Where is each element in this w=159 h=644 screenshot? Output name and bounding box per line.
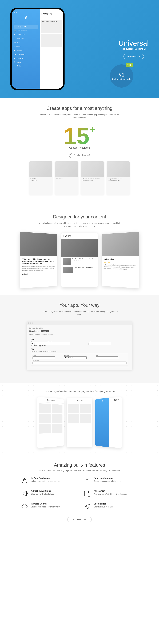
sidebar-item-wordpress[interactable]: ◉Wordpress Blogs [14, 25, 38, 29]
icon-input[interactable] [89, 342, 111, 345]
facebook-icon: f [14, 57, 16, 59]
related-label: Related [22, 272, 56, 275]
sidebar-item-soundcloud[interactable]: ☁SoundCloud [14, 52, 38, 56]
feature-desc: Unlock extra content and remove ads [31, 480, 61, 482]
radio-icon: ♪ [14, 38, 16, 40]
peek-card: Find the Per Photo Librar [41, 20, 62, 33]
sidebar-item-woocommerce[interactable]: 🛒WooCommerce [14, 29, 38, 33]
menu-items-heading: Menu items + Add Item [29, 330, 130, 332]
feature-autolayout: AutolayoutWorks on any iPad, iPhone & sp… [83, 490, 138, 498]
provider-card: Top Music [55, 162, 78, 195]
tv-icon: ▸ [14, 34, 16, 36]
menu-item-panel: Blog Name Requires in-app purchase Provi… [29, 337, 130, 367]
peek-card [41, 34, 62, 47]
layout-card-product: Patient Ninja ★★★★★ Pellentesque habitan… [102, 232, 139, 288]
bell-icon [83, 477, 91, 484]
layout-card-article: 'Stan and Ollie' director on the difficu… [20, 232, 57, 288]
wordpress-icon: ◉ [14, 26, 16, 28]
cart-icon: 🛒 [14, 30, 16, 32]
field-label: Name [31, 341, 46, 342]
provider-input[interactable] [48, 342, 70, 345]
feature-title: Autolayout [94, 490, 127, 492]
layout-card-events: Events Field Notes: WooCommerce Workshop… [61, 233, 98, 287]
rss-icon: ⦿ [14, 42, 16, 43]
add-item-button[interactable]: + Add Item [41, 330, 49, 332]
selling-badge: v4.3 #1 Selling IOS template [110, 64, 133, 88]
sidebar-item-twitter[interactable]: 🐦Twitter [14, 64, 38, 68]
sidebar-item-label: Twitter [17, 65, 21, 67]
features-section: Amazing built-in features Tons of built-… [0, 455, 159, 530]
field-label: Provider [48, 341, 87, 342]
event-item[interactable]: Field Notes: WooCommerce Workshop San Fr… [61, 257, 98, 266]
tab-icon-input[interactable] [96, 356, 118, 359]
tab-name-input[interactable] [33, 356, 55, 359]
badge-text: Selling IOS template [112, 78, 131, 80]
translate-icon: 文A [83, 502, 91, 510]
sidebar-section-label: Social Media [14, 46, 38, 48]
sidebar-item-label: Radio 3FM [17, 38, 24, 39]
provider-card: Google Home Hub Review - Honestly Impres… [107, 162, 130, 195]
scroll-hint: Scroll to discover! [16, 153, 143, 158]
svg-rect-9 [86, 478, 89, 483]
sidebar-item-rss[interactable]: ⦿RSS [14, 40, 38, 44]
soundcloud-icon: ☁ [14, 54, 16, 55]
watch-demo-button[interactable]: Watch demo » [123, 54, 144, 59]
twitter-icon: 🐦 [14, 65, 16, 67]
event-item[interactable]: Field Notes: East Africa Guidlay [61, 266, 98, 274]
svg-text:A: A [87, 506, 89, 509]
sidebar-item-radio[interactable]: ♪Radio 3FM [14, 36, 38, 40]
sidebar-item-livetv[interactable]: ▸Live TV: ABC [14, 33, 38, 36]
feature-desc: Show banner & interstial ads [31, 493, 54, 495]
events-header: Events [61, 233, 98, 239]
field-label: Icon [96, 355, 126, 356]
hero-text: Universal Multi-purpose IOS Template Wat… [119, 39, 149, 59]
item-title: Blog [31, 338, 128, 340]
providers-grid: BeautifulTumblr feed Top Music U.S. carr… [16, 162, 143, 195]
window-titlebar [27, 321, 132, 325]
sidebar-item-facebook[interactable]: fFacebook [14, 56, 38, 60]
feature-title: Remote Config [31, 502, 60, 505]
yourapp-heading: Your app. Your way [16, 302, 143, 308]
piggy-bank-icon [21, 477, 28, 484]
tabs-label: Tabs [31, 348, 128, 350]
sidebar-item-label: Tumblr [17, 61, 22, 63]
feature-desc: Send messages and urls to users [94, 480, 120, 482]
sidebar-item-tumblr[interactable]: tTumblr [14, 60, 38, 64]
status-time: 9:41 [14, 12, 38, 14]
card-title: 'Stan and Ollie' director on the difficu… [22, 258, 56, 264]
create-heading: Create apps for almost anything [16, 106, 143, 111]
designed-section: Designed for your content Amazing layout… [0, 206, 159, 295]
designed-text: Amazing layouts, designed with care. Car… [38, 222, 121, 228]
content-peek: Recen Find the Per Photo Librar [40, 9, 63, 88]
provider-count: 15+ [16, 124, 143, 148]
designed-heading: Designed for your content [16, 214, 143, 220]
feature-desc: Easy translate your app [94, 506, 113, 508]
sidebar-item-youtube[interactable]: ▶Youtube [14, 48, 38, 52]
features-heading: Amazing built-in features [21, 462, 138, 468]
content-providers-label: Content Providers [16, 146, 143, 149]
hero-title: Universal [119, 39, 149, 47]
features-text: Tons of built-in features to give you a … [21, 469, 138, 472]
download-config-link[interactable]: Download Config File [29, 327, 130, 329]
create-text: Universal is a template that anyone can … [38, 113, 121, 119]
feature-remote: Remote ConfigChange your app's content o… [21, 502, 76, 510]
app-logo-icon [14, 15, 38, 20]
field-label: Icon [89, 341, 128, 342]
field-label: Provider [64, 355, 95, 356]
feature-desc: Works on any iPad, iPhone & split screen [94, 493, 127, 495]
sidebar-item-label: RSS [17, 42, 20, 43]
navigation-section: Use the navigation drawer, tabs and cate… [0, 383, 159, 455]
configurator-window: Download Config File Menu items + Add It… [27, 321, 132, 370]
card-text: Pellentesque habitant morbi tristique se… [104, 264, 137, 270]
arguments-input[interactable] [33, 362, 126, 364]
feature-title: Localisation [94, 502, 113, 505]
tumblr-icon: t [14, 61, 16, 63]
and-much-more-button[interactable]: And much more [67, 517, 92, 522]
svg-rect-11 [88, 493, 90, 496]
svg-point-3 [102, 400, 102, 401]
tab-provider-select[interactable] [64, 356, 87, 359]
provider-card: U.S. carriers to share real-time phone l… [81, 162, 104, 195]
feature-title: In-App Purchases [31, 477, 61, 480]
sidebar-section-label: News [14, 22, 38, 24]
svg-text:文: 文 [85, 504, 87, 507]
